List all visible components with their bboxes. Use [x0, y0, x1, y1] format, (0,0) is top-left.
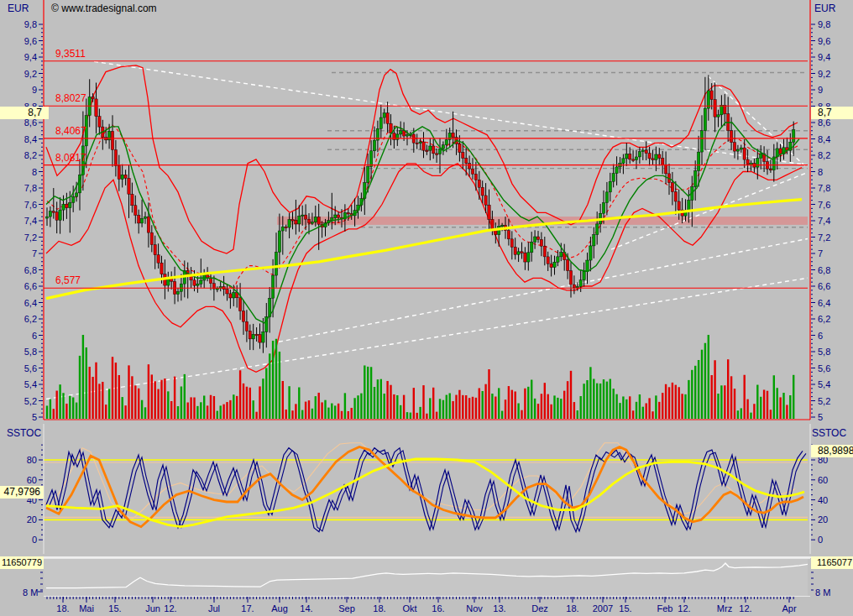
price-axis-tick-label-right: 8,2	[818, 150, 830, 160]
price-axis-tick-label-left: 6	[32, 331, 37, 341]
date-axis-label: Feb	[657, 603, 673, 613]
price-axis-tick-label-right: 6,6	[818, 281, 830, 291]
chart-canvas[interactable]: 9,89,89,69,69,49,49,29,2998,88,88,68,68,…	[0, 0, 853, 616]
copyright-label: © www.tradesignal.com	[51, 3, 157, 14]
price-level-label: 8,8027	[55, 92, 86, 104]
price-axis-tick-label-left: 9,6	[24, 36, 37, 46]
price-axis-tick-label-right: 7,4	[818, 216, 830, 226]
date-axis-label: 12.	[678, 603, 690, 613]
price-axis-tick-label-right: 9	[818, 85, 823, 95]
date-axis[interactable]: 18.Mai15.Jun12.Jul17.Aug14.Sep18.Okt16.N…	[47, 597, 797, 613]
price-axis-tick-label-right: 5,8	[818, 347, 830, 357]
price-axis-tick-label-left: 7,6	[24, 200, 37, 210]
date-axis-label: Jun	[145, 603, 160, 613]
date-axis-label: Mai	[79, 603, 94, 613]
price-axis-tick-label-right: 5	[818, 412, 823, 422]
date-axis-label: 17.	[241, 603, 254, 613]
price-axis-title-right: EUR	[814, 3, 835, 14]
date-axis-label: Jul	[208, 603, 220, 613]
trendline	[46, 278, 808, 399]
sstoc-axis-tick-label-right: 0	[818, 535, 823, 545]
price-axis-tick-label-left: 9,2	[24, 69, 37, 79]
price-level-label: 9,3511	[55, 48, 86, 60]
date-axis-label: 14.	[300, 603, 312, 613]
price-axis-tick-label-right: 7	[818, 248, 823, 258]
price-axis-tick-label-left: 7,4	[24, 216, 37, 226]
sstoc-axis-tick-label-left: 80	[27, 455, 37, 465]
price-axis-tick-label-left: 7	[32, 248, 37, 258]
date-axis-label: Sep	[338, 603, 355, 613]
sstoc-readout-left: 47,9796	[0, 486, 44, 499]
date-axis-label: 2007	[593, 603, 613, 613]
price-axis-tick-label-right: 9,4	[818, 52, 830, 62]
date-axis-label: Dez	[531, 603, 548, 613]
sstoc-readout-right: 88,9898	[811, 445, 853, 457]
date-axis-label: 12.	[164, 603, 176, 613]
price-axis-tick-label-left: 8	[32, 167, 37, 177]
price-axis-tick-label-right: 5,2	[818, 396, 830, 406]
price-axis-tick-label-right: 8	[818, 167, 823, 177]
price-axis-tick-label-left: 9	[32, 85, 37, 95]
price-axis-tick-label-left: 6,6	[24, 281, 37, 291]
date-axis-label: Nov	[466, 603, 483, 613]
date-axis-label: Okt	[402, 603, 416, 613]
volume-base-label-right: 8 M	[815, 587, 830, 598]
date-axis-label: Apr	[782, 603, 796, 613]
price-axis-tick-label-right: 6	[818, 331, 823, 341]
price-axis-tick-label-right: 5,4	[818, 379, 830, 389]
sstoc-axis-tick-label-left: 20	[27, 514, 37, 525]
price-axis-tick-label-left: 7,2	[24, 232, 37, 243]
sstoc-axis-tick-label-right: 60	[818, 475, 828, 485]
price-readout-left: 8,7	[0, 107, 49, 119]
candlesticks	[45, 75, 795, 352]
price-readout-right: 8,7	[811, 107, 853, 119]
sstoc-plot-area[interactable]	[38, 443, 808, 532]
price-axis-tick-label-left: 5,2	[24, 396, 37, 406]
price-axis-tick-label-right: 8,4	[818, 134, 830, 144]
price-axis-tick-label-right: 7,2	[818, 232, 830, 243]
date-axis-label: 15.	[619, 603, 631, 613]
price-axis-tick-label-left: 7,8	[24, 183, 37, 193]
price-axis-tick-label-right: 9,8	[818, 19, 830, 29]
volume-panel-bg	[44, 558, 808, 596]
price-axis-title-left: EUR	[8, 3, 29, 14]
price-axis-tick-label-left: 5,6	[24, 363, 37, 373]
price-axis-tick-label-right: 6,8	[818, 265, 830, 275]
price-axis-tick-label-left: 8,4	[24, 134, 37, 144]
price-axis-tick-label-left: 9,8	[24, 19, 37, 29]
price-axis-tick-label-left: 6,2	[24, 314, 37, 324]
volume-readout-right: 1165077	[811, 556, 853, 569]
price-axis-tick-label-right: 7,6	[818, 200, 830, 210]
sstoc-title-right: SSTOC	[812, 427, 846, 439]
upper-band-line	[46, 65, 798, 253]
date-axis-label: 18.	[566, 603, 578, 613]
date-axis-label: 16.	[432, 603, 444, 613]
date-axis-label: 15.	[108, 603, 121, 613]
trendline	[611, 172, 808, 249]
date-axis-label: 18.	[373, 603, 385, 613]
price-axis-tick-label-left: 6,4	[24, 298, 37, 308]
tradesignal-chart-window: 9,89,89,69,69,49,49,29,2998,88,88,68,68,…	[0, 0, 853, 616]
date-axis-label: 18.	[56, 603, 69, 613]
sstoc-title-left: SSTOC	[7, 427, 41, 439]
price-level-label: 6,577	[55, 274, 81, 286]
price-axis-tick-label-right: 5,6	[818, 363, 830, 373]
price-plot-area[interactable]	[45, 61, 808, 419]
price-axis-tick-label-left: 6,8	[24, 265, 37, 275]
sstoc-axis-tick-label-left: 60	[27, 475, 37, 485]
price-axis-tick-label-left: 9,4	[24, 52, 37, 62]
price-axis-tick-label-left: 5,8	[24, 347, 37, 357]
volume-bars	[46, 335, 795, 419]
price-axis-tick-label-right: 6,4	[818, 298, 830, 308]
price-axis-tick-label-right: 9,6	[818, 36, 830, 46]
volume-base-label-left: 8 M	[23, 587, 38, 598]
price-axis-tick-label-right: 6,2	[818, 314, 830, 324]
price-axis-tick-label-left: 8,2	[24, 150, 37, 160]
date-axis-label: Mrz	[717, 603, 732, 613]
date-axis-label: 13.	[493, 603, 505, 613]
sstoc-axis-tick-label-right: 40	[818, 495, 828, 505]
volume-readout-left: 11650779	[0, 556, 44, 569]
date-axis-label: 12.	[739, 603, 751, 613]
sstoc-axis-tick-label-left: 0	[32, 535, 37, 545]
price-axis-tick-label-right: 9,2	[818, 69, 830, 79]
